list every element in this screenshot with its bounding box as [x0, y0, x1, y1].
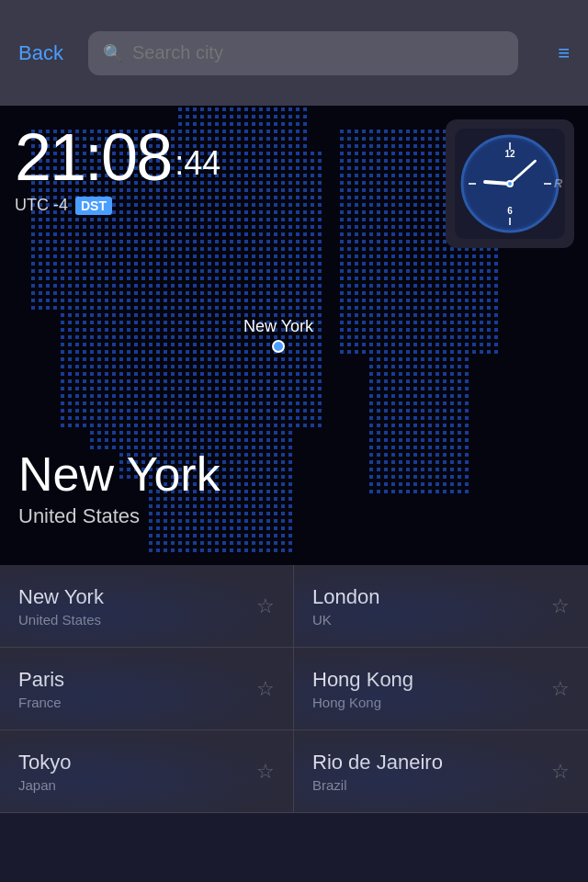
svg-rect-374 [105, 284, 108, 288]
favorite-star-icon[interactable]: ☆ [551, 594, 570, 618]
svg-rect-1833 [288, 497, 292, 501]
favorite-star-icon[interactable]: ☆ [256, 594, 275, 618]
svg-rect-2290 [391, 210, 395, 214]
svg-rect-461 [119, 277, 123, 280]
svg-rect-2255 [384, 321, 388, 324]
svg-rect-513 [127, 306, 130, 310]
svg-rect-1214 [215, 431, 219, 435]
svg-rect-2343 [399, 232, 402, 236]
svg-rect-2624 [435, 460, 439, 464]
svg-rect-1391 [237, 387, 241, 390]
svg-rect-200 [75, 254, 79, 258]
svg-rect-843 [171, 394, 175, 398]
favorite-star-icon[interactable]: ☆ [256, 677, 275, 701]
favorite-star-icon[interactable]: ☆ [551, 677, 570, 701]
svg-rect-2525 [421, 468, 424, 471]
svg-rect-203 [75, 277, 79, 280]
svg-rect-2224 [377, 460, 380, 464]
svg-rect-2594 [435, 240, 439, 243]
svg-rect-986 [186, 548, 189, 552]
svg-rect-1622 [266, 291, 270, 295]
svg-rect-708 [156, 254, 160, 258]
svg-rect-1009 [193, 269, 197, 273]
svg-rect-1536 [259, 107, 263, 111]
svg-rect-1490 [252, 218, 255, 221]
svg-rect-2332 [399, 152, 402, 155]
svg-rect-434 [112, 401, 116, 405]
svg-rect-2539 [428, 203, 432, 207]
svg-rect-1030 [193, 424, 197, 427]
analog-clock: 12 6 R [441, 115, 579, 253]
svg-rect-2340 [399, 210, 402, 214]
svg-rect-2769 [458, 424, 461, 427]
favorite-star-icon[interactable]: ☆ [551, 760, 570, 784]
svg-rect-763 [164, 232, 167, 236]
svg-rect-2075 [355, 188, 358, 192]
svg-rect-1765 [281, 446, 285, 449]
svg-rect-1883 [296, 416, 300, 420]
svg-rect-557 [134, 277, 138, 280]
city-list-item[interactable]: Paris France ☆ [0, 648, 294, 730]
favorite-star-icon[interactable]: ☆ [256, 760, 275, 784]
svg-rect-2474 [413, 460, 417, 464]
svg-rect-1068 [200, 254, 204, 258]
svg-rect-2264 [384, 387, 388, 390]
svg-rect-2071 [355, 159, 358, 163]
svg-rect-1608 [266, 188, 270, 192]
svg-rect-1215 [215, 438, 219, 442]
svg-rect-730 [156, 416, 160, 420]
menu-icon[interactable]: ≡ [533, 41, 570, 65]
svg-rect-2447 [413, 262, 417, 266]
svg-rect-16 [31, 240, 35, 243]
city-list-item[interactable]: Rio de Janeiro Brazil ☆ [294, 730, 588, 813]
svg-rect-2916 [487, 313, 491, 317]
search-input[interactable] [132, 42, 503, 63]
svg-rect-459 [119, 262, 123, 266]
svg-rect-2776 [458, 475, 461, 479]
svg-rect-175 [68, 372, 72, 376]
svg-rect-1893 [303, 166, 307, 170]
city-list-item[interactable]: New York United States ☆ [0, 565, 294, 648]
svg-rect-457 [119, 247, 123, 251]
city-list-item[interactable]: Tokyo Japan ☆ [0, 730, 294, 813]
svg-rect-718 [156, 328, 160, 332]
svg-rect-2175 [369, 468, 373, 471]
back-button[interactable]: Back [18, 41, 74, 65]
svg-rect-1419 [244, 144, 248, 148]
svg-rect-2333 [399, 159, 402, 163]
svg-rect-846 [171, 416, 175, 420]
city-list-item[interactable]: London UK ☆ [294, 565, 588, 648]
svg-rect-1464 [244, 475, 248, 479]
svg-rect-1186 [215, 225, 219, 229]
svg-rect-2610 [435, 357, 439, 361]
svg-rect-1086 [200, 387, 204, 390]
svg-rect-712 [156, 284, 160, 288]
svg-rect-1971 [318, 181, 322, 185]
svg-rect-724 [156, 372, 160, 376]
svg-rect-1827 [288, 453, 292, 457]
svg-rect-2470 [413, 431, 417, 435]
svg-rect-476 [119, 387, 123, 390]
svg-rect-1239 [222, 166, 226, 170]
svg-rect-1371 [237, 240, 241, 243]
svg-rect-2477 [413, 482, 417, 486]
svg-rect-2809 [465, 350, 469, 354]
svg-rect-2001 [318, 401, 322, 405]
svg-rect-1663 [274, 144, 277, 148]
svg-rect-2850 [472, 284, 476, 288]
city-list-item[interactable]: Hong Kong Hong Kong ☆ [294, 648, 588, 730]
svg-rect-501 [127, 218, 130, 221]
svg-rect-1424 [244, 181, 248, 185]
svg-rect-2160 [369, 357, 373, 361]
svg-rect-2242 [384, 225, 388, 229]
svg-rect-132 [61, 357, 64, 361]
svg-rect-1979 [318, 240, 322, 243]
svg-rect-2774 [458, 460, 461, 464]
svg-rect-1945 [311, 269, 314, 273]
svg-rect-1324 [230, 343, 233, 346]
svg-rect-2259 [384, 350, 388, 354]
svg-rect-50 [39, 306, 42, 310]
svg-rect-2559 [428, 350, 432, 354]
svg-rect-1967 [318, 152, 322, 155]
svg-rect-2433 [413, 159, 417, 163]
